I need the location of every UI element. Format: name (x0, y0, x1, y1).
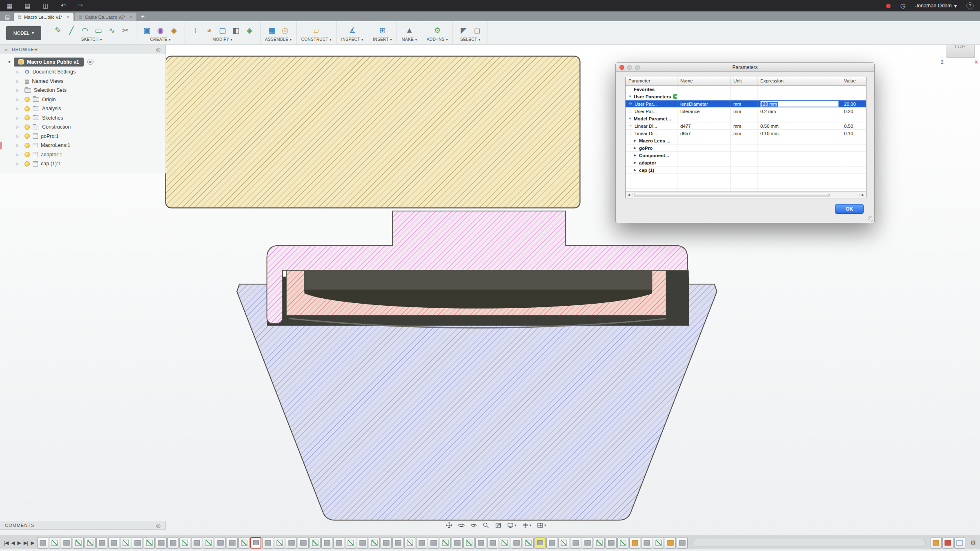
timeline-feature-sketch[interactable] (617, 537, 628, 549)
browser-item[interactable]: ▷Construction (0, 122, 165, 132)
timeline-feature-gray[interactable] (191, 537, 202, 549)
toolbar-group-label[interactable]: ADD-INS ▾ (427, 37, 448, 42)
timeline-feature-orange[interactable] (931, 537, 942, 549)
parameter-section-row[interactable]: ▼Model Paramet... (626, 115, 866, 122)
timeline-feature-gray[interactable] (475, 537, 486, 549)
timeline-feature-sketch[interactable] (404, 537, 415, 549)
browser-item[interactable]: ▷goPro:1 (0, 132, 165, 141)
joint-icon[interactable]: ◎ (279, 24, 291, 36)
timeline-feature-gray[interactable] (321, 537, 332, 549)
disclosure-closed-icon[interactable]: ▶ (634, 153, 639, 157)
favorite-star-icon[interactable]: ☆ (628, 109, 633, 114)
new-tab-button[interactable]: + (141, 13, 145, 20)
timeline-feature-gray[interactable] (96, 537, 107, 549)
press-pull-icon[interactable]: ↕ (189, 24, 202, 36)
play-button[interactable]: ▶ (18, 540, 21, 546)
column-header[interactable]: Value (841, 77, 866, 85)
favorite-star-icon[interactable]: ☆ (628, 101, 633, 107)
timeline-feature-sketch[interactable] (653, 537, 664, 549)
timeline-feature-gray[interactable] (132, 537, 143, 549)
user-menu[interactable]: Jonathan Odom ▾ (915, 3, 957, 9)
help-icon[interactable]: ? (967, 2, 973, 9)
primitives-icon[interactable]: ◆ (168, 24, 180, 36)
step-back-button[interactable]: ◀ (11, 540, 14, 546)
timeline-feature-gray[interactable] (546, 537, 557, 549)
parameter-section-row[interactable]: ▼User Parameters+ (626, 93, 866, 100)
timeline-feature-sketch[interactable] (523, 537, 534, 549)
panel-options-icon[interactable]: ◎ (156, 522, 160, 529)
parameter-row[interactable]: ☆Linear Di...d477mm0.50 mm0.50 (626, 122, 866, 130)
timeline-feature-sketch[interactable] (310, 537, 321, 549)
timeline-feature-orange[interactable] (665, 537, 676, 549)
step-forward-button[interactable]: ▶| (24, 540, 28, 546)
parameter-section-row[interactable]: ▶adaptor (626, 159, 866, 167)
disclosure-open-icon[interactable]: ▼ (628, 117, 634, 120)
combine-icon[interactable]: ◧ (230, 24, 242, 36)
browser-item[interactable]: ▷Sketches (0, 113, 165, 123)
fit-button[interactable] (492, 520, 504, 530)
zoom-window-icon[interactable] (635, 65, 640, 70)
expand-arrow-icon[interactable]: ▷ (16, 116, 24, 120)
timeline-options-gear-icon[interactable]: ⚙ (970, 539, 976, 547)
go-to-end-button[interactable]: ▶ (31, 540, 34, 546)
visibility-bulb-icon[interactable] (24, 124, 30, 130)
column-header[interactable]: Expression (757, 77, 841, 85)
parameter-row[interactable]: ☆Linear Di...d657mm0.10 mm0.10 (626, 130, 866, 137)
visibility-bulb-icon[interactable] (24, 97, 30, 102)
expand-arrow-icon[interactable]: ▷ (16, 162, 24, 166)
timeline-feature-gray[interactable] (357, 537, 368, 549)
pan-button[interactable] (443, 520, 455, 530)
app-grid-icon[interactable]: ▦ (7, 2, 12, 9)
toolbar-group-label[interactable]: CREATE ▾ (150, 37, 171, 42)
new-document-icon[interactable]: ▤ (24, 2, 30, 9)
favorite-star-icon[interactable]: ☆ (628, 131, 633, 136)
browser-item[interactable]: ▷adaptor:1 (0, 150, 165, 160)
expand-arrow-icon[interactable]: ▷ (16, 153, 24, 157)
gopro-body-section[interactable] (166, 56, 580, 208)
timeline-feature-sketch[interactable] (274, 537, 285, 549)
browser-item[interactable]: ▷Analysis (0, 104, 165, 113)
measure-icon[interactable]: ∡ (346, 24, 359, 36)
timeline-feature-yellow[interactable] (535, 537, 546, 549)
viewports-button[interactable]: ▾ (535, 520, 549, 530)
visibility-bulb-icon[interactable] (24, 152, 30, 157)
redo-icon[interactable]: ↷ (78, 2, 83, 9)
expand-arrow-icon[interactable]: ▷ (16, 88, 24, 92)
timeline-feature-sketch[interactable] (73, 537, 84, 549)
minimize-window-icon[interactable] (627, 65, 632, 70)
scripts-addins-icon[interactable]: ⚙ (431, 24, 443, 36)
toolbar-group-label[interactable]: CONSTRUCT ▾ (301, 37, 332, 42)
timeline-feature-gray[interactable] (487, 537, 498, 549)
expand-arrow-icon[interactable]: ▷ (16, 143, 24, 147)
timeline-feature-gray[interactable] (392, 537, 403, 549)
construction-plane-icon[interactable]: ▱ (310, 24, 323, 36)
disclosure-closed-icon[interactable]: ▶ (634, 146, 639, 150)
document-tab[interactable]: ▤Macro Le...blic v1*× (14, 13, 74, 21)
parameter-section-row[interactable]: Favorites (626, 86, 866, 93)
sketch-trim-icon[interactable]: ✂ (119, 24, 131, 36)
browser-item[interactable]: ▷Origin (0, 95, 165, 104)
expand-arrow-icon[interactable]: ▷ (16, 70, 24, 74)
timeline-feature-gray[interactable] (298, 537, 309, 549)
toolbar-group-label[interactable]: MODIFY ▾ (212, 37, 233, 42)
expand-arrow-icon[interactable]: ▼ (5, 60, 14, 64)
timeline-feature-gray[interactable] (108, 537, 119, 549)
browser-item[interactable]: ▷⚙Document Settings (0, 67, 165, 77)
timeline-feature-gray[interactable] (582, 537, 593, 549)
timeline-feature-gray[interactable] (641, 537, 652, 549)
look-at-button[interactable] (468, 520, 479, 530)
comments-bar[interactable]: COMMENTS ◎ (0, 521, 166, 530)
favorite-star-icon[interactable]: ☆ (628, 123, 633, 129)
ok-button[interactable]: OK (835, 204, 864, 214)
resize-grip[interactable] (868, 216, 873, 222)
timeline-feature-gray[interactable] (511, 537, 522, 549)
dialog-titlebar[interactable]: Parameters (616, 63, 874, 72)
toolbar-group-label[interactable]: ASSEMBLE ▾ (265, 37, 292, 42)
expand-arrow-icon[interactable]: ▷ (16, 134, 24, 138)
toolbar-group-label[interactable]: SELECT ▾ (460, 37, 481, 42)
new-body-icon[interactable]: ▣ (141, 24, 153, 36)
timeline-feature-blue[interactable] (954, 537, 965, 549)
disclosure-closed-icon[interactable]: ▶ (634, 168, 639, 172)
panel-options-icon[interactable]: ◎ (156, 47, 160, 53)
window-select-icon[interactable]: ◻ (471, 24, 483, 36)
